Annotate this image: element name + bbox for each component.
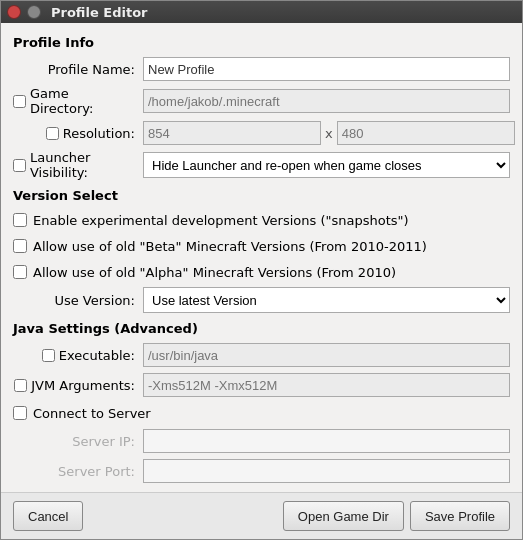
- titlebar: Profile Editor: [1, 1, 522, 23]
- game-dir-row: Game Directory:: [13, 86, 510, 116]
- server-ip-label: Server IP:: [13, 434, 143, 449]
- executable-input[interactable]: [143, 343, 510, 367]
- server-port-row: Server Port:: [13, 458, 510, 484]
- footer: Cancel Open Game Dir Save Profile: [1, 492, 522, 539]
- game-dir-checkbox[interactable]: [13, 95, 26, 108]
- connect-server-row: Connect to Server: [13, 402, 510, 424]
- launcher-vis-label-group: Launcher Visibility:: [13, 150, 143, 180]
- use-version-label: Use Version:: [13, 293, 143, 308]
- snapshots-row: Enable experimental development Versions…: [13, 209, 510, 231]
- footer-right-buttons: Open Game Dir Save Profile: [283, 501, 510, 531]
- jvm-checkbox[interactable]: [14, 379, 27, 392]
- executable-label: Executable:: [59, 348, 135, 363]
- resolution-separator: x: [325, 126, 333, 141]
- game-dir-label: Game Directory:: [30, 86, 135, 116]
- executable-label-group: Executable:: [13, 348, 143, 363]
- form-content: Profile Info Profile Name: Game Director…: [1, 23, 522, 492]
- server-ip-row: Server IP:: [13, 428, 510, 454]
- jvm-input[interactable]: [143, 373, 510, 397]
- profile-name-row: Profile Name:: [13, 56, 510, 82]
- resolution-label-group: Resolution:: [13, 126, 143, 141]
- game-dir-label-group: Game Directory:: [13, 86, 143, 116]
- beta-label: Allow use of old "Beta" Minecraft Versio…: [33, 239, 427, 254]
- game-dir-input[interactable]: [143, 89, 510, 113]
- resolution-inputs: x: [143, 121, 515, 145]
- snapshots-checkbox[interactable]: [13, 213, 27, 227]
- resolution-checkbox[interactable]: [46, 127, 59, 140]
- resolution-row: Resolution: x: [13, 120, 510, 146]
- cancel-button[interactable]: Cancel: [13, 501, 83, 531]
- server-port-label: Server Port:: [13, 464, 143, 479]
- resolution-label: Resolution:: [63, 126, 135, 141]
- connect-server-checkbox[interactable]: [13, 406, 27, 420]
- use-version-select[interactable]: Use latest Version: [143, 287, 510, 313]
- minimize-button[interactable]: [27, 5, 41, 19]
- alpha-label: Allow use of old "Alpha" Minecraft Versi…: [33, 265, 396, 280]
- section-version-select: Version Select: [13, 188, 510, 203]
- profile-name-input[interactable]: [143, 57, 510, 81]
- profile-name-label: Profile Name:: [13, 62, 143, 77]
- launcher-vis-checkbox[interactable]: [13, 159, 26, 172]
- beta-row: Allow use of old "Beta" Minecraft Versio…: [13, 235, 510, 257]
- close-button[interactable]: [7, 5, 21, 19]
- launcher-vis-label: Launcher Visibility:: [30, 150, 135, 180]
- snapshots-label: Enable experimental development Versions…: [33, 213, 409, 228]
- alpha-checkbox[interactable]: [13, 265, 27, 279]
- executable-row: Executable:: [13, 342, 510, 368]
- server-ip-input[interactable]: [143, 429, 510, 453]
- save-profile-button[interactable]: Save Profile: [410, 501, 510, 531]
- section-java-settings: Java Settings (Advanced): [13, 321, 510, 336]
- connect-server-label: Connect to Server: [33, 406, 151, 421]
- profile-editor-window: Profile Editor Profile Info Profile Name…: [0, 0, 523, 540]
- section-profile-info: Profile Info: [13, 35, 510, 50]
- jvm-label: JVM Arguments:: [31, 378, 135, 393]
- window-title: Profile Editor: [51, 5, 148, 20]
- resolution-width-input[interactable]: [143, 121, 321, 145]
- use-version-row: Use Version: Use latest Version: [13, 287, 510, 313]
- launcher-vis-select[interactable]: Hide Launcher and re-open when game clos…: [143, 152, 510, 178]
- executable-checkbox[interactable]: [42, 349, 55, 362]
- beta-checkbox[interactable]: [13, 239, 27, 253]
- jvm-row: JVM Arguments:: [13, 372, 510, 398]
- launcher-vis-row: Launcher Visibility: Hide Launcher and r…: [13, 150, 510, 180]
- open-game-dir-button[interactable]: Open Game Dir: [283, 501, 404, 531]
- resolution-height-input[interactable]: [337, 121, 515, 145]
- server-port-input[interactable]: [143, 459, 510, 483]
- alpha-row: Allow use of old "Alpha" Minecraft Versi…: [13, 261, 510, 283]
- jvm-label-group: JVM Arguments:: [13, 378, 143, 393]
